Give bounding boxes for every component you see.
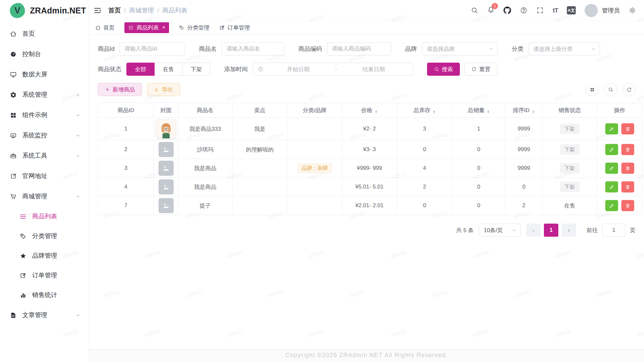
font-size-icon[interactable]: tT — [553, 7, 558, 14]
sidebar-item-home[interactable]: 首页 — [0, 24, 89, 44]
columns-button[interactable] — [586, 83, 599, 96]
next-page-button[interactable]: › — [562, 224, 576, 237]
export-button[interactable]: 导出 — [147, 83, 180, 96]
delete-button[interactable] — [621, 123, 634, 134]
dashboard-icon — [10, 51, 17, 58]
sidebar: V ZRAdmin.NET 首页 控制台 数据大屏 系统管理 — [0, 0, 89, 361]
chevron-up-icon — [75, 194, 80, 199]
status-option-onsale[interactable]: 在售 — [155, 63, 182, 76]
sort-icons[interactable]: ▲▼ — [433, 110, 436, 114]
notification-bell[interactable]: 1 — [487, 6, 495, 15]
delete-button[interactable] — [621, 200, 634, 211]
reset-button[interactable]: 重置 — [464, 63, 497, 76]
image-placeholder-icon[interactable] — [159, 179, 174, 194]
breadcrumb-mall[interactable]: 商城管理 — [129, 6, 154, 15]
edit-button[interactable] — [605, 123, 618, 134]
tags-view-bar: 首页 商品列表 × 分类管理 订单管理 — [89, 21, 644, 34]
delete-button[interactable] — [621, 181, 634, 192]
product-cover-image[interactable] — [157, 119, 176, 138]
close-icon[interactable]: × — [162, 25, 165, 30]
help-icon[interactable] — [520, 7, 527, 14]
page-number-1[interactable]: 1 — [544, 224, 558, 237]
github-icon[interactable] — [504, 7, 511, 14]
sidebar-item-brand[interactable]: 品牌管理 — [0, 246, 89, 266]
fullscreen-icon[interactable] — [536, 7, 544, 14]
edit-button[interactable] — [605, 181, 618, 192]
prev-page-button[interactable]: ‹ — [526, 224, 541, 237]
table-refresh-button[interactable] — [622, 83, 635, 96]
sidebar-item-system[interactable]: 系统管理 — [0, 85, 89, 105]
menu-fold-icon[interactable] — [93, 6, 102, 15]
sidebar-item-website[interactable]: 官网地址 — [0, 166, 89, 186]
table-row: 1 — [98, 118, 642, 140]
avatar[interactable] — [585, 4, 598, 17]
delete-button[interactable] — [621, 163, 634, 174]
sidebar-item-product-list[interactable]: 商品列表 — [0, 207, 89, 226]
edit-button[interactable] — [605, 163, 618, 174]
edit-doc-icon — [219, 25, 225, 30]
sidebar-item-articles[interactable]: 文章管理 — [0, 305, 89, 325]
category-select[interactable]: 请选择上级分类 — [528, 42, 600, 55]
search-icon[interactable] — [471, 7, 478, 14]
col-header-sort[interactable]: 排序ID▲▼ — [505, 103, 543, 118]
home-icon — [10, 30, 17, 37]
page-size-select[interactable]: 10条/页 — [479, 224, 521, 237]
sidebar-item-monitor[interactable]: 系统监控 — [0, 125, 89, 146]
tab-product-list[interactable]: 商品列表 × — [124, 22, 169, 33]
product-name-input[interactable] — [222, 42, 285, 55]
delete-button[interactable] — [621, 144, 634, 155]
image-placeholder-icon[interactable] — [159, 142, 174, 157]
search-button[interactable]: 搜索 — [427, 63, 460, 76]
breadcrumb-home[interactable]: 首页 — [108, 6, 121, 15]
col-header-id: 商品ID — [98, 103, 154, 118]
sort-icons[interactable]: ▲▼ — [532, 110, 535, 114]
product-code-input[interactable] — [327, 42, 391, 55]
filter-label-brand: 品牌 — [405, 45, 417, 53]
date-range-picker[interactable]: 开始日期 - 结束日期 — [253, 63, 413, 76]
tab-category[interactable]: 分类管理 — [179, 22, 209, 33]
sidebar-item-category[interactable]: 分类管理 — [0, 226, 89, 246]
table-search-button[interactable] — [604, 83, 617, 96]
refresh-icon — [626, 87, 632, 92]
col-header-sales[interactable]: 总销量▲▼ — [452, 103, 505, 118]
tab-home[interactable]: 首页 — [95, 22, 115, 33]
sidebar-item-orders[interactable]: 订单管理 — [0, 266, 89, 285]
sidebar-item-console[interactable]: 控制台 — [0, 44, 89, 64]
col-header-actions: 操作 — [597, 103, 642, 118]
sidebar-item-components[interactable]: 组件示例 — [0, 105, 89, 125]
star-icon — [20, 252, 27, 259]
pen-icon — [609, 203, 614, 209]
edit-button[interactable] — [605, 144, 618, 155]
logo[interactable]: V ZRAdmin.NET — [0, 0, 89, 21]
trash-icon — [625, 126, 631, 132]
add-product-button[interactable]: 新增商品 — [98, 83, 142, 96]
settings-gear-icon[interactable] — [629, 7, 636, 14]
language-icon[interactable]: A文 — [567, 6, 576, 14]
goto-page-input[interactable] — [602, 224, 625, 237]
user-name[interactable]: 管理员 — [602, 7, 620, 14]
table-row: 3 我是商品 品牌：杂牌 ¥999- 999 4 0 9999 下架 — [98, 159, 642, 178]
sidebar-item-mall[interactable]: 商城管理 — [0, 186, 89, 207]
tags-icon — [179, 25, 184, 30]
sidebar-item-tools[interactable]: 系统工具 — [0, 146, 89, 166]
image-placeholder-icon[interactable] — [159, 161, 174, 176]
grid-icon — [10, 112, 17, 119]
edit-button[interactable] — [605, 200, 618, 211]
product-id-input[interactable] — [119, 42, 185, 55]
date-end[interactable]: 结束日期 — [339, 66, 408, 73]
table-row: 7 提子 ¥2.01- 2.01 0 0 2 在售 — [98, 196, 642, 215]
sort-icons[interactable]: ▲▼ — [375, 110, 378, 114]
col-header-price[interactable]: 价格▲▼ — [342, 103, 397, 118]
status-option-all[interactable]: 全部 — [126, 63, 155, 76]
app-title: ZRAdmin.NET — [30, 6, 86, 15]
date-start[interactable]: 开始日期 — [264, 66, 333, 73]
brand-select[interactable]: 请选择品牌 — [422, 42, 498, 55]
sidebar-item-sales-stats[interactable]: 销售统计 — [0, 285, 89, 305]
status-option-offshelf[interactable]: 下架 — [182, 63, 210, 76]
image-placeholder-icon[interactable] — [159, 198, 174, 213]
sort-icons[interactable]: ▲▼ — [487, 110, 490, 114]
sidebar-item-datascreen[interactable]: 数据大屏 — [0, 64, 89, 85]
logo-letter: V — [14, 6, 20, 16]
col-header-stock[interactable]: 总库存▲▼ — [397, 103, 452, 118]
tab-orders[interactable]: 订单管理 — [219, 22, 250, 33]
